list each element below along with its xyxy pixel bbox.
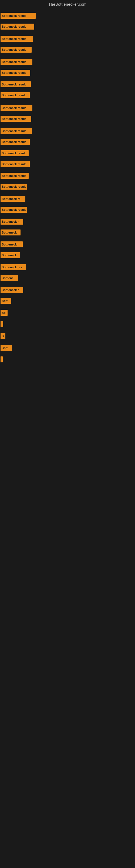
bar-label: Bottleneck result xyxy=(2,129,26,133)
bar-label: Bottleneck result xyxy=(2,117,26,120)
bar-row: Bottleneck result xyxy=(1,36,33,42)
result-bar: Bottleneck result xyxy=(1,24,34,30)
result-bar: Bottleneck result xyxy=(1,59,32,65)
result-bar: Bottleneck r xyxy=(1,219,23,225)
bar-row: Bottlene xyxy=(1,275,18,281)
bar-row: Bott xyxy=(1,298,11,304)
bar-row: Bottleneck xyxy=(1,252,20,258)
bar-label: B xyxy=(2,335,4,338)
bar-label: Bottleneck result xyxy=(2,162,26,166)
bar-label: Bottleneck result xyxy=(2,60,26,63)
result-bar: Bottleneck res xyxy=(1,264,26,270)
result-bar: Bott xyxy=(1,345,12,351)
result-bar: Bottleneck result xyxy=(1,161,30,167)
bar-row: Bottleneck result xyxy=(1,161,30,167)
bar-row: Bottleneck result xyxy=(1,82,31,87)
bar-label: Bottleneck result xyxy=(2,185,26,188)
bar-label: Bottleneck result xyxy=(2,174,26,177)
bar-label: Bottleneck result xyxy=(2,37,26,40)
result-bar: Bottleneck r xyxy=(1,287,23,293)
bar-row: Bottleneck result xyxy=(1,128,32,134)
result-bar: Bottleneck result xyxy=(1,116,31,122)
bar-label: Bottleneck xyxy=(2,254,17,257)
result-bar: Bottleneck result xyxy=(1,139,30,145)
result-bar: | xyxy=(1,321,3,327)
bar-row: | xyxy=(1,356,3,362)
bar-label: Bo xyxy=(2,311,6,314)
bar-label: | xyxy=(2,322,2,326)
bar-row: Bottleneck result xyxy=(1,207,27,213)
result-bar: Bottleneck result xyxy=(1,70,30,76)
result-bar: Bottleneck result xyxy=(1,173,29,179)
bar-label: Bottleneck result xyxy=(2,140,26,144)
bar-label: Bottleneck r xyxy=(2,288,19,291)
bar-row: Bottleneck result xyxy=(1,59,32,65)
result-bar: Bottleneck result xyxy=(1,105,32,111)
bar-label: Bottleneck result xyxy=(2,152,26,155)
result-bar: Bottleneck result xyxy=(1,184,27,190)
result-bar: Bottleneck xyxy=(1,229,20,236)
bar-row: Bottleneck result xyxy=(1,24,34,30)
bar-row: Bottleneck result xyxy=(1,105,32,111)
result-bar: Bottleneck result xyxy=(1,82,31,87)
bar-row: Bottleneck xyxy=(1,229,20,236)
result-bar: Bottleneck result xyxy=(1,92,30,98)
result-bar: Bottleneck xyxy=(1,252,20,258)
bar-label: Bottleneck result xyxy=(2,83,26,86)
bar-label: Bottleneck result xyxy=(2,208,26,211)
bar-label: Bottleneck r xyxy=(2,243,19,246)
bar-label: Bottlene xyxy=(2,276,13,280)
bar-label: Bottleneck re xyxy=(2,197,20,200)
bar-row: Bottleneck result xyxy=(1,150,29,156)
bar-row: Bottleneck r xyxy=(1,241,23,247)
result-bar: Bottleneck re xyxy=(1,196,26,202)
bar-row: | xyxy=(1,321,3,327)
bar-label: Bottleneck result xyxy=(2,14,26,18)
bar-row: Bottleneck res xyxy=(1,264,26,270)
bar-row: Bo xyxy=(1,310,8,316)
bar-row: Bottleneck result xyxy=(1,173,29,179)
bar-row: Bottleneck result xyxy=(1,13,36,19)
bar-row: Bottleneck result xyxy=(1,70,30,76)
result-bar: Bottleneck result xyxy=(1,207,27,213)
bar-row: Bottleneck r xyxy=(1,219,23,225)
bar-row: Bottleneck r xyxy=(1,287,23,293)
result-bar: Bottleneck result xyxy=(1,36,33,42)
bar-row: Bottleneck result xyxy=(1,46,32,53)
bar-row: Bottleneck result xyxy=(1,139,30,145)
result-bar: Bott xyxy=(1,298,11,304)
bar-label: Bottleneck r xyxy=(2,220,19,223)
bar-label: Bott xyxy=(2,299,8,303)
result-bar: | xyxy=(1,356,3,362)
bar-label: Bottleneck res xyxy=(2,266,22,269)
chart-container: Bottleneck resultBottleneck resultBottle… xyxy=(0,9,135,866)
bar-label: Bottleneck xyxy=(2,231,17,234)
result-bar: Bottlene xyxy=(1,275,18,281)
bar-label: Bottleneck result xyxy=(2,71,26,74)
bar-row: B xyxy=(1,333,5,339)
result-bar: Bottleneck r xyxy=(1,241,23,247)
result-bar: Bottleneck result xyxy=(1,128,32,134)
bar-label: Bottleneck result xyxy=(2,94,26,97)
bar-label: Bottleneck result xyxy=(2,106,26,110)
site-title-container: TheBottlenecker.com xyxy=(0,0,135,9)
bar-row: Bott xyxy=(1,345,12,351)
bar-label: Bottleneck result xyxy=(2,48,26,51)
bar-label: Bottleneck result xyxy=(2,25,26,28)
site-title: TheBottlenecker.com xyxy=(0,0,135,9)
bar-row: Bottleneck result xyxy=(1,116,31,122)
bar-row: Bottleneck re xyxy=(1,196,26,202)
result-bar: Bottleneck result xyxy=(1,46,32,53)
result-bar: Bottleneck result xyxy=(1,13,36,19)
bar-row: Bottleneck result xyxy=(1,184,27,190)
result-bar: Bottleneck result xyxy=(1,150,29,156)
bar-row: Bottleneck result xyxy=(1,92,30,98)
bar-label: Bott xyxy=(2,346,8,350)
result-bar: Bo xyxy=(1,310,8,316)
result-bar: B xyxy=(1,333,5,339)
